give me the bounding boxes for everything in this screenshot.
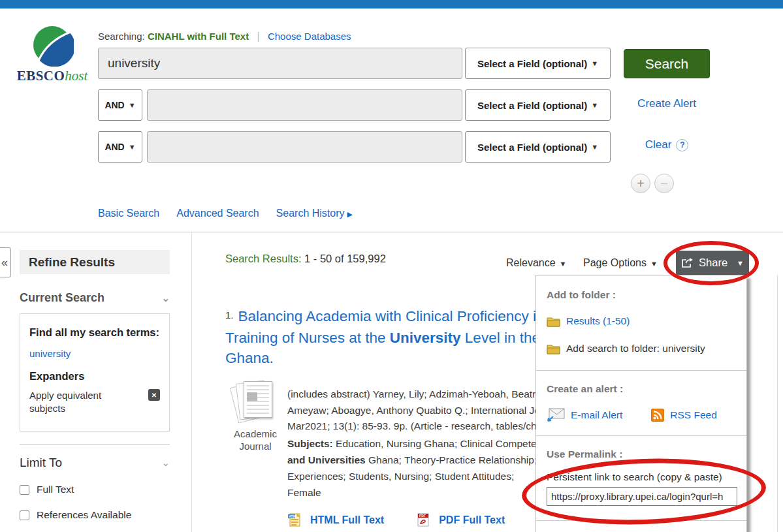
add-search-folder-row: Add search to folder: university: [547, 343, 736, 370]
results-summary: Search Results: 1 - 50 of 159,992: [225, 253, 386, 265]
svg-text:PDF: PDF: [419, 514, 426, 518]
share-icon: [681, 257, 694, 268]
remove-expander-icon[interactable]: ✕: [148, 389, 160, 401]
boolean-select-2[interactable]: AND▼: [98, 131, 142, 163]
chevron-down-icon: ▼: [591, 101, 598, 109]
triangle-right-icon: ▶: [347, 210, 353, 218]
folder-icon: [547, 316, 560, 327]
results-folder-row: Results (1-50): [547, 315, 736, 327]
add-search-to-folder-link[interactable]: Add search to folder: university: [566, 343, 705, 354]
results-1-50-link[interactable]: Results (1-50): [566, 315, 630, 327]
search-input-1[interactable]: [98, 48, 462, 79]
relevance-sort-dropdown[interactable]: Relevance▼: [506, 257, 567, 269]
export-section: Export results :: [536, 521, 746, 532]
logo-wordmark: EBSCOhost: [14, 68, 90, 84]
field-select-2[interactable]: Select a Field (optional)▼: [465, 89, 611, 121]
header-divider: [0, 232, 783, 232]
remove-row-button[interactable]: −: [654, 174, 674, 193]
add-to-folder-heading: Add to folder :: [547, 289, 736, 301]
share-dropdown-menu: Add to folder : Results (1-50) Add searc…: [535, 275, 747, 532]
expander-item-label: Apply equivalent subjects: [29, 389, 127, 415]
result-title-line2[interactable]: Training of Nurses at the University Lev…: [225, 328, 569, 348]
chevron-down-icon: ▼: [591, 59, 598, 67]
current-search-section-toggle[interactable]: Current Search ⌄: [20, 291, 170, 305]
ebscohost-logo: EBSCOhost: [14, 23, 90, 84]
permalink-section: Use Permalink : Persistent link to searc…: [536, 436, 746, 520]
database-name: CINAHL with Full Text: [148, 31, 249, 42]
share-button[interactable]: Share ▼: [676, 251, 749, 275]
chevron-down-icon: ▼: [129, 143, 136, 151]
result-title-line1[interactable]: 1.Balancing Academia with Clinical Profi…: [225, 306, 569, 328]
result-number: 1.: [225, 309, 234, 321]
ebsco-globe-icon: [31, 23, 74, 67]
divider: |: [257, 30, 259, 42]
references-available-checkbox[interactable]: [20, 510, 29, 520]
limit-full-text-row: Full Text: [20, 484, 170, 495]
add-row-button[interactable]: +: [631, 174, 650, 193]
chevron-down-icon: ▼: [591, 143, 598, 151]
email-alert-icon: [547, 408, 565, 422]
svg-text:HTML: HTML: [289, 514, 298, 518]
rss-icon: [651, 409, 664, 422]
result-citation: (includes abstract) Yarney, Lily; Adzima…: [287, 386, 574, 435]
pdf-full-text-link[interactable]: PDF Full Text: [439, 514, 505, 526]
result-title: 1.Balancing Academia with Clinical Profi…: [225, 306, 569, 368]
field-select-3[interactable]: Select a Field (optional)▼: [465, 131, 611, 163]
result-type-column: Academic Journal: [225, 381, 285, 452]
basic-search-link[interactable]: Basic Search: [98, 208, 159, 219]
expanders-label: Expanders: [29, 370, 160, 383]
alert-links-row: E-mail Alert RSS Feed: [547, 408, 736, 435]
choose-databases-link[interactable]: Choose Databases: [268, 31, 351, 42]
search-input-3[interactable]: [147, 131, 462, 163]
full-text-links: HTML HTML Full Text PDF PDF Full Text: [287, 513, 505, 527]
search-button[interactable]: Search: [624, 49, 710, 78]
result-subjects: Subjects: Education, Nursing Ghana; Clin…: [287, 435, 573, 501]
create-alert-link[interactable]: Create Alert: [624, 97, 710, 110]
academic-journal-icon: [232, 381, 278, 422]
searching-row: Searching: CINAHL with Full Text | Choos…: [98, 30, 351, 43]
find-terms-label: Find all my search terms:: [29, 325, 160, 339]
permalink-caption: Persistent link to search (copy & paste): [547, 471, 736, 483]
row-add-remove-controls: + −: [631, 174, 674, 193]
sidebar-divider: [191, 232, 192, 532]
full-text-checkbox[interactable]: [20, 485, 29, 495]
boolean-select-1[interactable]: AND▼: [98, 89, 142, 121]
pdf-document-icon: PDF: [417, 513, 430, 527]
refine-results-sidebar: Refine Results Current Search ⌄ Find all…: [20, 250, 170, 521]
help-icon[interactable]: ?: [676, 139, 688, 151]
chevron-down-icon: ▼: [129, 101, 136, 109]
search-term-link[interactable]: university: [29, 348, 71, 359]
email-alert-link[interactable]: E-mail Alert: [571, 409, 622, 421]
top-brand-bar: [0, 0, 783, 8]
search-mode-links: Basic Search Advanced Search Search Hist…: [98, 208, 353, 219]
limit-to-divider: [20, 444, 170, 445]
field-select-1[interactable]: Select a Field (optional)▼: [465, 48, 611, 79]
result-type-label: Academic Journal: [225, 428, 285, 452]
add-to-folder-section: Add to folder : Results (1-50) Add searc…: [536, 275, 746, 370]
html-full-text-link[interactable]: HTML Full Text: [310, 514, 384, 526]
folder-icon: [547, 343, 560, 354]
permalink-input[interactable]: [547, 487, 737, 506]
current-search-box: Find all my search terms: university Exp…: [20, 313, 170, 431]
expander-item: Apply equivalent subjects ✕: [29, 389, 160, 415]
clear-link[interactable]: Clear: [645, 138, 672, 151]
refine-results-title: Refine Results: [20, 250, 170, 274]
rss-feed-link[interactable]: RSS Feed: [670, 409, 717, 421]
chevron-down-icon: ⌄: [161, 292, 170, 304]
page-options-dropdown[interactable]: Page Options▼: [583, 257, 658, 269]
result-title-line3[interactable]: Ghana.: [225, 348, 569, 368]
search-input-2[interactable]: [147, 89, 462, 121]
advanced-search-link[interactable]: Advanced Search: [176, 208, 259, 219]
sidebar-collapse-button[interactable]: «: [0, 247, 11, 277]
results-right-divider: [777, 275, 778, 532]
chevron-down-icon: ⌄: [161, 457, 170, 469]
html-document-icon: HTML: [287, 513, 301, 527]
limit-references-row: References Available: [20, 509, 170, 521]
search-history-link[interactable]: Search History▶: [276, 208, 353, 219]
create-alert-heading: Create an alert :: [547, 383, 736, 395]
chevron-down-icon: ▼: [650, 260, 658, 268]
create-alert-section: Create an alert : E-mail Alert RSS Feed: [536, 371, 746, 435]
searching-label: Searching:: [98, 31, 145, 42]
chevron-down-icon: ▼: [560, 260, 567, 268]
limit-to-section-toggle[interactable]: Limit To ⌄: [20, 456, 170, 470]
